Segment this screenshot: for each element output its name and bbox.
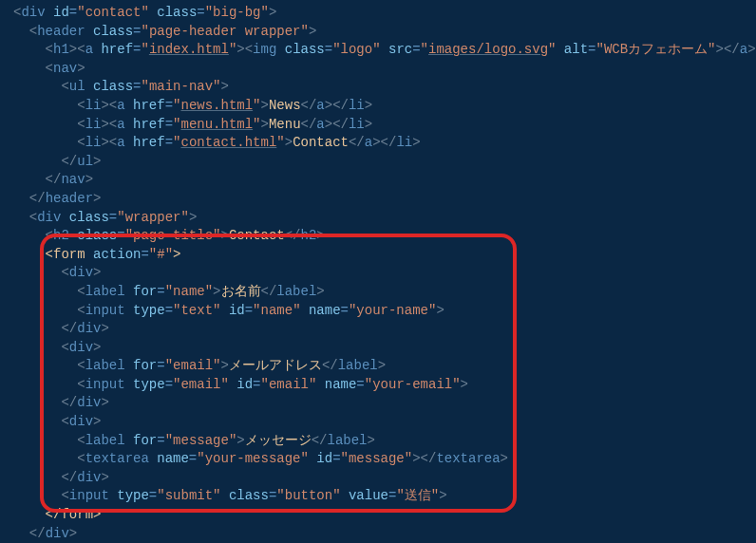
attr-val: WCBカフェホーム	[604, 42, 708, 57]
attr-val: your-message	[205, 451, 301, 466]
code-editor[interactable]: <div id="contact" class="big-bg"> <heade…	[0, 0, 756, 543]
attr-val: email	[173, 358, 213, 373]
attr-val: big-bg	[213, 5, 260, 20]
attr-val: main-nav	[149, 79, 213, 94]
attr-val: logo	[341, 42, 373, 57]
text: お名前	[221, 284, 261, 299]
attr-val: button	[285, 488, 332, 503]
attr-val: submit	[165, 488, 213, 503]
attr-val: message	[173, 433, 229, 448]
attr-val: email	[269, 377, 309, 392]
text: News	[269, 98, 301, 113]
attr-val: wrapper	[125, 210, 181, 225]
attr-val: message	[349, 451, 405, 466]
attr-val: name	[261, 303, 293, 318]
attr-val: your-name	[356, 303, 428, 318]
attr-val: email	[180, 377, 220, 392]
attr-val: page-header wrapper	[149, 24, 301, 39]
text: メールアドレス	[229, 358, 322, 373]
attr-val: text	[180, 303, 213, 318]
text: Menu	[269, 117, 301, 132]
attr-val: index.html	[149, 42, 229, 57]
attr-val: images/logo.svg	[428, 42, 548, 57]
text: Contact	[229, 228, 285, 243]
attr-val: menu.html	[180, 117, 253, 132]
text: Contact	[293, 135, 349, 150]
attr-val: page-title	[133, 228, 213, 243]
attr-val: name	[173, 284, 205, 299]
text: メッセージ	[245, 433, 312, 448]
attr-val: contact	[85, 5, 142, 20]
attr-val: contact.html	[180, 135, 276, 150]
attr-val: #	[157, 247, 164, 262]
attr-val: 送信	[405, 488, 431, 503]
attr-val: your-email	[372, 377, 452, 392]
attr-val: news.html	[180, 98, 253, 113]
